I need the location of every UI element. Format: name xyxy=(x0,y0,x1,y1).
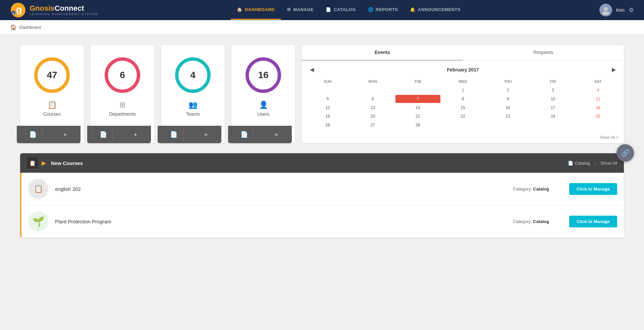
cal-cell-8[interactable]: 8 xyxy=(440,95,485,103)
stat-card-departments: 6 ⊞ Departments 📄 ＋ xyxy=(91,45,154,143)
tab-events[interactable]: Events xyxy=(302,45,463,61)
teams-report-btn[interactable]: 📄 xyxy=(165,129,183,140)
main-nav: 🏠 Dashboard ⚙ Manage 📄 Catalog 🌐 Reports… xyxy=(98,0,599,20)
cal-header-thu: THU xyxy=(485,78,530,85)
course-category-plant-protection: Category: Catalog xyxy=(513,219,549,224)
settings-icon[interactable]: ⚙ xyxy=(629,6,634,14)
course-category-english-202: Category: Catalog xyxy=(513,186,549,191)
cal-cell-23[interactable]: 23 xyxy=(485,112,530,120)
cal-cell-27[interactable]: 27 xyxy=(350,121,395,129)
tab-requests[interactable]: Requests xyxy=(463,45,624,61)
cal-week-4: 19 20 21 22 23 24 25 xyxy=(305,112,621,120)
stat-card-teams: 4 👥 Teams 📄 ＋ xyxy=(161,45,225,143)
cal-header-sun: SUN xyxy=(305,78,350,85)
catalog-link[interactable]: 📄 Catalog xyxy=(568,161,590,166)
manage-btn-plant-protection[interactable]: Click to Manage xyxy=(569,216,617,227)
departments-report-btn[interactable]: 📄 xyxy=(94,129,113,140)
cal-cell-15[interactable]: 15 xyxy=(440,104,485,112)
teams-count: 4 xyxy=(190,70,196,80)
cal-week-2: 5 6 7 8 9 10 11 xyxy=(305,95,621,103)
cal-cell-3[interactable]: 3 xyxy=(530,86,575,94)
svg-text:g: g xyxy=(16,4,22,15)
courses-add-btn[interactable]: ＋ xyxy=(57,129,73,140)
teams-add-btn[interactable]: ＋ xyxy=(198,129,214,140)
cal-cell-10[interactable]: 10 xyxy=(530,95,575,103)
departments-actions: 📄 ＋ xyxy=(87,126,151,143)
users-add-btn[interactable]: ＋ xyxy=(268,129,285,140)
section-title-area: 📋 ▶ New Courses xyxy=(27,157,83,169)
cal-cell-12[interactable]: 12 xyxy=(305,104,350,112)
nav-item-announcements[interactable]: 🔔 Announcements xyxy=(404,0,467,20)
cal-cell-1[interactable]: 1 xyxy=(440,86,485,94)
courses-ring: 47 xyxy=(32,55,72,95)
course-thumb-english-202: 📋 xyxy=(28,179,48,199)
course-thumb-plant-protection: 🌱 xyxy=(28,211,48,231)
cal-cell-6[interactable]: 6 xyxy=(350,95,395,103)
course-name-english-202: english 202 xyxy=(55,186,506,192)
logo-text: GnosisConnect Learning Management System xyxy=(30,4,98,16)
home-breadcrumb-icon: 🏠 xyxy=(10,24,17,31)
cal-cell-9[interactable]: 9 xyxy=(485,95,530,103)
course-item-english-202: 📋 english 202 Category: Catalog Click to… xyxy=(20,173,624,205)
cal-header-mon: MON xyxy=(350,78,395,85)
cal-cell-26[interactable]: 26 xyxy=(305,121,350,129)
cal-cell-13[interactable]: 13 xyxy=(350,104,395,112)
cal-cell-19[interactable]: 19 xyxy=(305,112,350,120)
cal-cell-4[interactable]: 4 xyxy=(576,86,621,94)
teams-label: Teams xyxy=(186,111,200,117)
logo-name: GnosisConnect xyxy=(30,4,98,12)
reports-icon: 🌐 xyxy=(368,7,374,12)
cal-next-btn[interactable]: ▶ xyxy=(609,65,619,74)
users-label: Users xyxy=(257,111,270,117)
cal-cell-empty xyxy=(576,121,621,129)
cal-cell-5[interactable]: 5 xyxy=(305,95,350,103)
cal-cell-25[interactable]: 25 xyxy=(576,112,621,120)
section-title: New Courses xyxy=(51,160,83,166)
cal-cell-2[interactable]: 2 xyxy=(485,86,530,94)
cal-cell-empty xyxy=(305,86,350,94)
stat-card-users: 16 👤 Users 📄 ＋ xyxy=(231,45,295,143)
cal-header-fri: FRI xyxy=(530,78,575,85)
users-actions: 📄 ＋ xyxy=(228,126,292,143)
floating-action-button[interactable]: 🔗 xyxy=(616,144,634,162)
section-icon-box: 📋 xyxy=(27,157,38,169)
cal-cell-18[interactable]: 18 xyxy=(576,104,621,112)
cal-prev-btn[interactable]: ◀ xyxy=(307,65,317,74)
departments-add-btn[interactable]: ＋ xyxy=(127,129,144,140)
cal-cell-22[interactable]: 22 xyxy=(440,112,485,120)
nav-item-manage[interactable]: ⚙ Manage xyxy=(281,0,320,20)
nav-item-catalog[interactable]: 📄 Catalog xyxy=(320,0,362,20)
svg-point-4 xyxy=(604,7,608,11)
users-report-btn[interactable]: 📄 xyxy=(235,129,254,140)
cal-cell-empty xyxy=(530,121,575,129)
manage-btn-english-202[interactable]: Click to Manage xyxy=(569,183,617,195)
nav-item-reports[interactable]: 🌐 Reports xyxy=(362,0,404,20)
cal-cell-7-today[interactable]: 7 xyxy=(395,95,440,103)
courses-actions: 📄 ＋ xyxy=(17,126,80,143)
calendar-card: Events Requests ◀ February 2017 ▶ SUN MO… xyxy=(302,45,624,143)
show-all-link[interactable]: Show All xyxy=(600,161,617,166)
avatar[interactable] xyxy=(599,4,612,16)
cal-cell-24[interactable]: 24 xyxy=(530,112,575,120)
cal-cell-empty xyxy=(485,121,530,129)
nav-item-dashboard[interactable]: 🏠 Dashboard xyxy=(231,0,281,20)
cal-cell-21[interactable]: 21 xyxy=(395,112,440,120)
section-header: 📋 ▶ New Courses 📄 Catalog | Show All xyxy=(20,153,624,173)
departments-icon: ⊞ xyxy=(119,101,125,109)
cal-cell-20[interactable]: 20 xyxy=(350,112,395,120)
cal-month-label: February 2017 xyxy=(447,67,479,72)
departments-ring: 6 xyxy=(102,55,143,95)
cal-cell-14[interactable]: 14 xyxy=(395,104,440,112)
calendar-show-all[interactable]: Show All > xyxy=(302,133,624,143)
cal-cell-17[interactable]: 17 xyxy=(530,104,575,112)
cal-cell-28[interactable]: 28 xyxy=(395,121,440,129)
cal-cell-11[interactable]: 11 xyxy=(576,95,621,103)
breadcrumb-bar: 🏠 Dashboard xyxy=(0,20,644,35)
manage-icon: ⚙ xyxy=(287,7,291,12)
courses-report-btn[interactable]: 📄 xyxy=(24,129,42,140)
cal-header-wed: WED xyxy=(440,78,485,85)
cal-cell-16[interactable]: 16 xyxy=(485,104,530,112)
cal-week-3: 12 13 14 15 16 17 18 xyxy=(305,104,621,112)
cal-cell-empty xyxy=(440,121,485,129)
cal-header-row: SUN MON TUE WED THU FRI SAT xyxy=(305,78,621,85)
